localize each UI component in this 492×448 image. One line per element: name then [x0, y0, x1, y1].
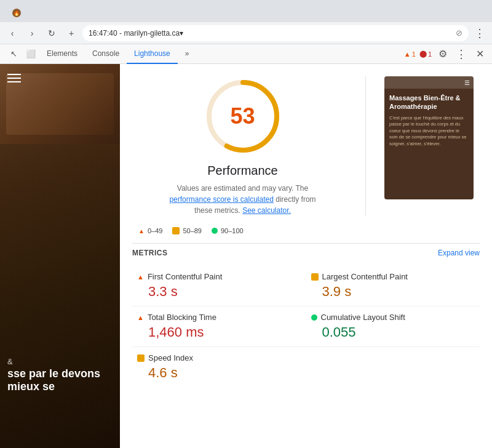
- tab-elements[interactable]: Elements: [39, 44, 85, 64]
- thumbnail-title: Massages Bien-Être & Aromathérapie: [389, 94, 469, 111]
- thumbnail-image: ☰ Massages Bien-Être & Aromathérapie C'e…: [384, 76, 474, 199]
- metrics-bottom-row: Speed Index 4.6 s: [132, 347, 480, 387]
- score-value: 53: [230, 103, 255, 129]
- close-devtools-button[interactable]: ✕: [472, 47, 487, 62]
- metric-lcp-name: Largest Contentful Paint: [322, 272, 408, 281]
- performance-description: Values are estimated and may vary. The p…: [163, 183, 323, 216]
- devtools-tab-bar: ↖ ⬜ Elements Console Lighthouse » ▲ 1 ⬤ …: [0, 44, 492, 64]
- metric-si-value: 4.6 s: [137, 365, 301, 381]
- thumbnail-menubar: ☰: [384, 76, 474, 89]
- metric-cls-icon: [311, 314, 317, 321]
- site-thumbnail: ☰ Massages Bien-Être & Aromathérapie C'e…: [384, 76, 474, 199]
- metric-cls-name: Cumulative Layout Shift: [321, 313, 405, 322]
- browser-window: 🔥 ‹ › ↻ + 16:47:40 - marilyn-giletta.ca▾…: [0, 0, 492, 448]
- metric-lcp-icon: [311, 273, 319, 281]
- address-bar[interactable]: 16:47:40 - marilyn-giletta.ca▾ ⊘: [82, 25, 469, 41]
- metrics-section: METRICS Expand view ▲ First Contentful P…: [120, 243, 492, 387]
- lighthouse-panel: 53 Performance Values are estimated and …: [120, 64, 492, 448]
- score-left-panel: 53 Performance Values are estimated and …: [138, 76, 347, 216]
- clear-icon: ⊘: [456, 28, 462, 38]
- new-tab-button[interactable]: +: [63, 25, 80, 42]
- warning-badge[interactable]: ▲ 1: [404, 50, 416, 58]
- tab-favicon: 🔥: [12, 9, 21, 17]
- browser-tab[interactable]: 🔥: [5, 4, 28, 22]
- legend-item-orange: 50–89: [172, 227, 202, 234]
- metric-si-name: Speed Index: [148, 353, 193, 362]
- thumbnail-body: C'est parce que l'équilibre des maux pas…: [389, 115, 469, 148]
- browser-toolbar: ‹ › ↻ + 16:47:40 - marilyn-giletta.ca▾ ⊘…: [0, 22, 492, 44]
- error-circle-icon: ⬤: [419, 50, 427, 58]
- metrics-grid: ▲ First Contentful Paint 3.3 s Largest C…: [132, 266, 480, 347]
- forward-button[interactable]: ›: [23, 25, 41, 42]
- site-overlay-text: sse par le devons mieux se: [7, 367, 113, 394]
- metric-si-icon: [137, 354, 145, 362]
- tab-bar: 🔥: [0, 0, 492, 22]
- thumbnail-menu-icon: ☰: [464, 79, 470, 86]
- performance-calc-link[interactable]: performance score is calculated: [169, 195, 273, 204]
- metric-cls-value: 0.055: [311, 324, 475, 340]
- settings-button[interactable]: ⚙: [435, 47, 450, 62]
- metric-fcp-name: First Contentful Paint: [148, 272, 222, 281]
- error-badge[interactable]: ⬤ 1: [419, 50, 432, 58]
- metric-tbt-header: ▲ Total Blocking Time: [137, 313, 301, 322]
- metric-si: Speed Index 4.6 s: [132, 347, 306, 387]
- performance-title: Performance: [207, 164, 278, 178]
- metric-fcp-icon: ▲: [137, 273, 144, 281]
- score-legend: ▲ 0–49 50–89 90–100: [120, 222, 492, 243]
- tab-lighthouse[interactable]: Lighthouse: [127, 44, 178, 64]
- legend-red-icon: ▲: [138, 228, 145, 234]
- metric-tbt-icon: ▲: [137, 314, 144, 321]
- tab-more[interactable]: »: [178, 44, 197, 64]
- metric-fcp-header: ▲ First Contentful Paint: [137, 272, 301, 281]
- more-devtools-button[interactable]: ⋮: [454, 47, 469, 62]
- metric-cls-header: Cumulative Layout Shift: [311, 313, 475, 322]
- site-hamburger-icon[interactable]: [7, 71, 21, 85]
- reload-button[interactable]: ↻: [43, 25, 60, 42]
- score-circle: 53: [203, 76, 283, 156]
- devtools-device-button[interactable]: ⬜: [22, 46, 39, 63]
- tab-console[interactable]: Console: [85, 44, 127, 64]
- metric-lcp-header: Largest Contentful Paint: [311, 272, 475, 281]
- warning-triangle-icon: ▲: [404, 50, 411, 58]
- metric-fcp-value: 3.3 s: [137, 284, 301, 300]
- site-preview-panel: & sse par le devons mieux se: [0, 64, 120, 448]
- back-button[interactable]: ‹: [4, 25, 21, 42]
- more-options-button[interactable]: ⋮: [471, 25, 488, 42]
- metrics-title: METRICS: [132, 249, 168, 257]
- devtools-right-controls: ▲ 1 ⬤ 1 ⚙ ⋮ ✕: [404, 47, 487, 62]
- legend-item-green: 90–100: [212, 227, 244, 234]
- metric-tbt-name: Total Blocking Time: [148, 313, 216, 322]
- legend-orange-icon: [172, 227, 180, 234]
- devtools-cursor-button[interactable]: ↖: [5, 46, 22, 63]
- metric-si-header: Speed Index: [137, 353, 301, 362]
- thumbnail-content: Massages Bien-Être & Aromathérapie C'est…: [384, 89, 474, 199]
- expand-view-button[interactable]: Expand view: [438, 249, 480, 257]
- legend-green-icon: [212, 228, 218, 234]
- metrics-header: METRICS Expand view: [132, 243, 480, 262]
- legend-item-red: ▲ 0–49: [138, 227, 162, 234]
- metric-lcp-value: 3.9 s: [311, 284, 475, 300]
- metric-cls: Cumulative Layout Shift 0.055: [306, 306, 480, 347]
- metric-fcp: ▲ First Contentful Paint 3.3 s: [132, 266, 306, 306]
- see-calculator-link[interactable]: See calculator.: [242, 206, 291, 215]
- address-tab-label: 16:47:40 - marilyn-giletta.ca▾: [89, 29, 452, 38]
- score-section: 53 Performance Values are estimated and …: [120, 64, 492, 222]
- score-divider: [365, 76, 366, 216]
- metric-tbt-value: 1,460 ms: [137, 324, 301, 340]
- metric-tbt: ▲ Total Blocking Time 1,460 ms: [132, 306, 306, 347]
- site-text-overlay: & sse par le devons mieux se: [7, 357, 113, 399]
- metric-lcp: Largest Contentful Paint 3.9 s: [306, 266, 480, 306]
- main-content: & sse par le devons mieux se: [0, 64, 492, 448]
